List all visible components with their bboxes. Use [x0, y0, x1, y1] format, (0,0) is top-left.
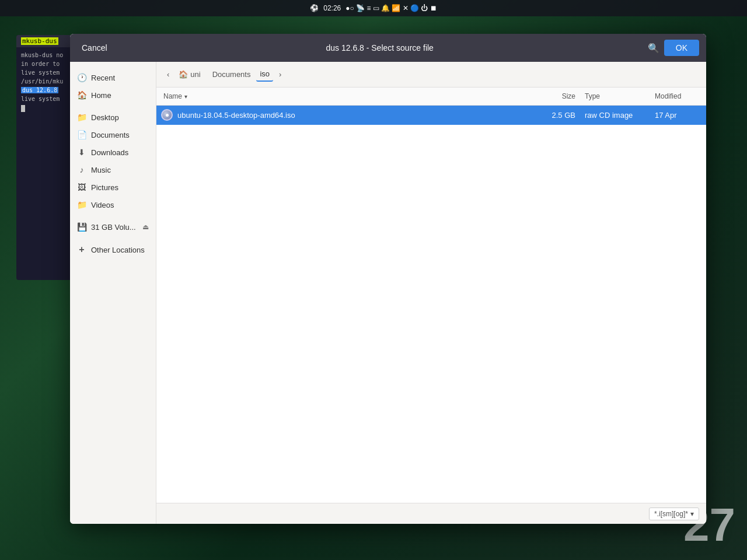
breadcrumb-documents[interactable]: Documents: [209, 68, 254, 81]
breadcrumb-documents-label: Documents: [212, 70, 251, 79]
sidebar-item-desktop[interactable]: 📁 Desktop: [70, 108, 156, 126]
recent-icon: 🕐: [77, 73, 86, 82]
sidebar-label-recent: Recent: [91, 74, 115, 82]
dialog-body: 🕐 Recent 🏠 Home 📁 Desktop 📄 Documents ⬇ …: [70, 62, 706, 524]
sidebar-item-volume[interactable]: 💾 31 GB Volu... ⏏: [70, 218, 156, 236]
sidebar-item-home[interactable]: 🏠 Home: [70, 86, 156, 104]
table-row[interactable]: ubuntu-18.04.5-desktop-amd64.iso 2.5 GB …: [156, 106, 706, 125]
dialog-header: Cancel dus 12.6.8 - Select source file 🔍…: [70, 34, 706, 62]
file-modified: 17 Apr: [655, 111, 701, 120]
ok-button[interactable]: OK: [664, 40, 699, 56]
sidebar-item-pictures[interactable]: 🖼 Pictures: [70, 178, 156, 196]
file-list: Name ▾ Size Type Modified: [156, 88, 706, 503]
sidebar-divider-1: [70, 104, 156, 108]
sidebar-item-recent[interactable]: 🕐 Recent: [70, 69, 156, 86]
sidebar-label-home: Home: [91, 91, 111, 100]
nav-back-button[interactable]: ‹: [163, 68, 173, 81]
file-name: ubuntu-18.04.5-desktop-amd64.iso: [177, 111, 538, 120]
filter-arrow-icon: ▾: [690, 510, 694, 518]
column-type[interactable]: Type: [585, 92, 655, 100]
breadcrumb-home[interactable]: 🏠 uni: [175, 68, 204, 81]
column-type-label: Type: [585, 92, 600, 100]
home-icon: 🏠: [77, 90, 86, 100]
sidebar-item-other-locations[interactable]: + Other Locations: [70, 240, 156, 259]
eject-icon[interactable]: ⏏: [142, 223, 149, 231]
sidebar-label-other-locations: Other Locations: [91, 246, 145, 254]
filter-dropdown[interactable]: *.i[sm][og]* ▾: [649, 508, 699, 520]
toolbar: ‹ 🏠 uni Documents iso ›: [156, 62, 706, 88]
topbar-app-icon: ⚽: [310, 4, 319, 12]
sidebar-item-documents[interactable]: 📄 Documents: [70, 126, 156, 144]
pictures-icon: 🖼: [77, 183, 86, 192]
sidebar-label-music: Music: [91, 166, 111, 174]
topbar-time: 02:26: [323, 4, 341, 12]
videos-icon: 📁: [77, 200, 86, 209]
breadcrumb-iso[interactable]: iso: [256, 67, 273, 82]
filter-label: *.i[sm][og]*: [654, 510, 688, 518]
topbar: ⚽ 02:26 ●○ 📡 ≡ ▭ 🔔 📶 ✕ 🔵 ⏻ ⏹: [0, 0, 747, 16]
file-dialog: Cancel dus 12.6.8 - Select source file 🔍…: [70, 34, 706, 524]
file-icon-cell: [161, 109, 173, 121]
downloads-icon: ⬇: [77, 148, 86, 157]
sidebar-label-desktop: Desktop: [91, 113, 119, 122]
column-size-label: Size: [562, 92, 575, 100]
sidebar-item-downloads[interactable]: ⬇ Downloads: [70, 144, 156, 161]
column-modified-label: Modified: [655, 92, 681, 100]
sidebar-item-music[interactable]: ♪ Music: [70, 161, 156, 178]
search-icon[interactable]: 🔍: [648, 43, 659, 54]
other-locations-icon: +: [77, 244, 86, 255]
sidebar-label-downloads: Downloads: [91, 148, 128, 157]
volume-icon: 💾: [77, 222, 86, 232]
column-name[interactable]: Name ▾: [161, 90, 538, 103]
sidebar-divider-2: [70, 214, 156, 218]
main-content: ‹ 🏠 uni Documents iso › Name: [156, 62, 706, 524]
topbar-center: ⚽ 02:26 ●○ 📡 ≡ ▭ 🔔 📶 ✕ 🔵 ⏻ ⏹: [310, 4, 437, 12]
topbar-indicators: ●○ 📡 ≡ ▭ 🔔 📶 ✕ 🔵 ⏻ ⏹: [345, 4, 437, 12]
cancel-button[interactable]: Cancel: [77, 41, 112, 55]
sidebar-label-volume: 31 GB Volu...: [91, 223, 136, 232]
desktop-icon: 📁: [77, 113, 86, 122]
nav-forward-button[interactable]: ›: [275, 68, 285, 81]
documents-icon: 📄: [77, 130, 86, 139]
sidebar-item-videos[interactable]: 📁 Videos: [70, 196, 156, 214]
sidebar-label-pictures: Pictures: [91, 183, 118, 192]
breadcrumb-iso-label: iso: [260, 69, 270, 78]
home-breadcrumb-label: uni: [190, 70, 200, 79]
dialog-title: dus 12.6.8 - Select source file: [112, 43, 648, 52]
sidebar-label-documents: Documents: [91, 131, 130, 139]
dialog-footer: *.i[sm][og]* ▾: [156, 503, 706, 524]
column-size[interactable]: Size: [538, 92, 585, 100]
sidebar-label-videos: Videos: [91, 201, 114, 209]
column-name-label: Name: [163, 92, 182, 100]
sidebar: 🕐 Recent 🏠 Home 📁 Desktop 📄 Documents ⬇ …: [70, 62, 156, 524]
terminal-title: mkusb-dus: [21, 37, 58, 45]
sort-icon: ▾: [184, 93, 187, 100]
music-icon: ♪: [77, 165, 86, 174]
home-breadcrumb-icon: 🏠: [179, 70, 188, 79]
optical-disk-icon: [161, 109, 173, 121]
file-list-header: Name ▾ Size Type Modified: [156, 88, 706, 106]
file-type: raw CD image: [585, 111, 655, 120]
file-size: 2.5 GB: [538, 111, 585, 120]
sidebar-divider-3: [70, 236, 156, 240]
column-modified[interactable]: Modified: [655, 92, 701, 100]
